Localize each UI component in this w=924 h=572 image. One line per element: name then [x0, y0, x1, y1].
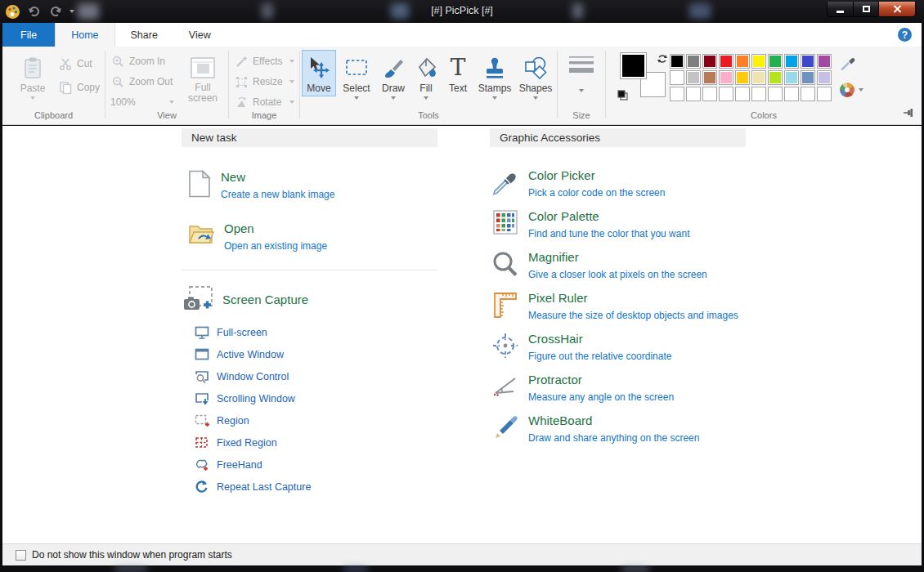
fill-icon [415, 56, 437, 79]
size-button[interactable] [569, 55, 594, 92]
palette-color[interactable] [670, 70, 684, 85]
palette-color[interactable] [719, 87, 733, 101]
size-dropdown-icon [579, 89, 584, 92]
footer-bar: Do not show this window when program sta… [2, 543, 922, 565]
zoom-level-select[interactable]: 100% [110, 95, 174, 109]
title-bar: [#] PicPick [#] [0, 0, 924, 23]
palette-color[interactable] [817, 87, 832, 101]
palette-color[interactable] [801, 87, 815, 101]
capture-repeat-last[interactable]: Repeat Last Capture [182, 476, 437, 498]
palette-color[interactable] [768, 70, 783, 85]
screen-capture-item[interactable]: Screen Capture [183, 285, 437, 313]
pixel-ruler-item[interactable]: Pixel Ruler Measure the size of desktop … [491, 291, 746, 321]
rotate-icon [235, 96, 248, 109]
shapes-tool-button[interactable]: Shapes [516, 50, 555, 102]
palette-color[interactable] [784, 54, 799, 69]
dont-show-checkbox[interactable] [16, 550, 26, 561]
zoom-out-button[interactable]: Zoom Out [110, 74, 174, 89]
crosshair-item[interactable]: CrossHair Figure out the relative coordi… [491, 332, 746, 362]
palette-color[interactable] [817, 70, 832, 85]
scrolling-window-icon [195, 392, 209, 405]
rotate-dropdown-icon [289, 101, 294, 104]
cut-button[interactable]: Cut [58, 56, 100, 71]
color-picker-item[interactable]: Color Picker Pick a color code on the sc… [491, 168, 746, 199]
dont-show-label: Do not show this window when program sta… [32, 549, 232, 561]
draw-tool-button[interactable]: Draw [377, 50, 410, 102]
tab-share[interactable]: Share [115, 23, 173, 47]
color-palette-item[interactable]: Color Palette Find and tune the color th… [491, 209, 746, 239]
capture-full-screen[interactable]: Full-screen [182, 321, 437, 343]
fill-dropdown-icon [424, 96, 428, 100]
palette-color[interactable] [735, 54, 750, 69]
magnifier-item[interactable]: Magnifier Give a closer look at pixels o… [491, 250, 746, 280]
copy-button[interactable]: Copy [58, 80, 100, 95]
fill-tool-button[interactable]: Fill [411, 50, 441, 102]
palette-color[interactable] [702, 70, 717, 85]
minimize-button[interactable] [827, 2, 854, 17]
stamps-dropdown-icon [492, 96, 497, 100]
capture-freehand[interactable]: FreeHand [182, 454, 437, 476]
zoom-in-button[interactable]: Zoom In [110, 54, 174, 69]
palette-color[interactable] [817, 54, 832, 69]
group-size: Size [558, 47, 605, 124]
capture-window-control[interactable]: Window Control [182, 365, 437, 387]
pin-ribbon-icon[interactable] [903, 107, 914, 118]
rotate-button[interactable]: Rotate [234, 95, 294, 109]
magnifier-icon [492, 251, 518, 277]
capture-item-label: Fixed Region [217, 437, 277, 449]
palette-color[interactable] [719, 70, 733, 85]
open-image-item[interactable]: Open Open an existing image [188, 221, 437, 252]
palette-color[interactable] [768, 87, 783, 101]
paste-button[interactable]: Paste [12, 50, 53, 102]
palette-color[interactable] [751, 87, 766, 101]
palette-color[interactable] [801, 54, 815, 69]
stamps-icon [483, 56, 506, 79]
close-button[interactable] [879, 2, 916, 17]
more-colors-button[interactable] [840, 83, 863, 97]
swap-colors-icon[interactable] [657, 53, 668, 65]
palette-color[interactable] [702, 87, 717, 101]
palette-color[interactable] [784, 70, 799, 85]
effects-button[interactable]: Effects [234, 54, 294, 69]
capture-fixed-region[interactable]: Fixed Region [182, 431, 437, 454]
palette-color[interactable] [702, 54, 717, 69]
whiteboard-icon [492, 414, 518, 440]
capture-active-window[interactable]: Active Window [182, 343, 437, 365]
eyedropper-icon[interactable] [840, 55, 856, 71]
stamps-tool-button[interactable]: Stamps [475, 50, 514, 102]
cut-icon [59, 57, 72, 70]
ribbon: Paste Cut [2, 47, 922, 125]
new-image-item[interactable]: New Create a new blank image [188, 170, 437, 200]
palette-color[interactable] [686, 87, 701, 101]
resize-button[interactable]: Resize [234, 74, 294, 89]
palette-color[interactable] [686, 70, 701, 85]
palette-color[interactable] [751, 54, 766, 69]
new-document-icon [188, 170, 211, 198]
tab-file[interactable]: File [2, 23, 55, 47]
foreground-color-swatch[interactable] [621, 53, 646, 78]
default-colors-icon[interactable] [617, 90, 628, 101]
palette-color[interactable] [670, 87, 684, 101]
capture-scrolling-window[interactable]: Scrolling Window [182, 387, 437, 409]
capture-region[interactable]: Region [182, 409, 437, 431]
text-tool-button[interactable]: T Text [442, 50, 473, 96]
whiteboard-item[interactable]: WhiteBoard Draw and share anything on th… [491, 413, 746, 444]
protractor-item[interactable]: Protractor Measure any angle on the scre… [491, 373, 746, 403]
palette-color[interactable] [801, 70, 815, 85]
palette-color[interactable] [670, 54, 684, 69]
palette-color[interactable] [751, 70, 766, 85]
full-screen-button[interactable]: Full screen [182, 50, 223, 106]
maximize-button[interactable] [854, 2, 879, 17]
palette-color[interactable] [784, 87, 799, 101]
palette-color[interactable] [719, 54, 733, 69]
palette-color[interactable] [686, 54, 701, 69]
tab-view[interactable]: View [173, 23, 227, 47]
palette-color[interactable] [735, 87, 750, 101]
accessory-desc: Measure the size of desktop objects and … [528, 310, 738, 321]
help-icon[interactable]: ? [898, 28, 912, 42]
move-tool-button[interactable]: Move [302, 50, 336, 96]
tab-home[interactable]: Home [55, 23, 114, 47]
palette-color[interactable] [735, 70, 750, 85]
palette-color[interactable] [768, 54, 783, 69]
select-tool-button[interactable]: Select [338, 50, 375, 102]
